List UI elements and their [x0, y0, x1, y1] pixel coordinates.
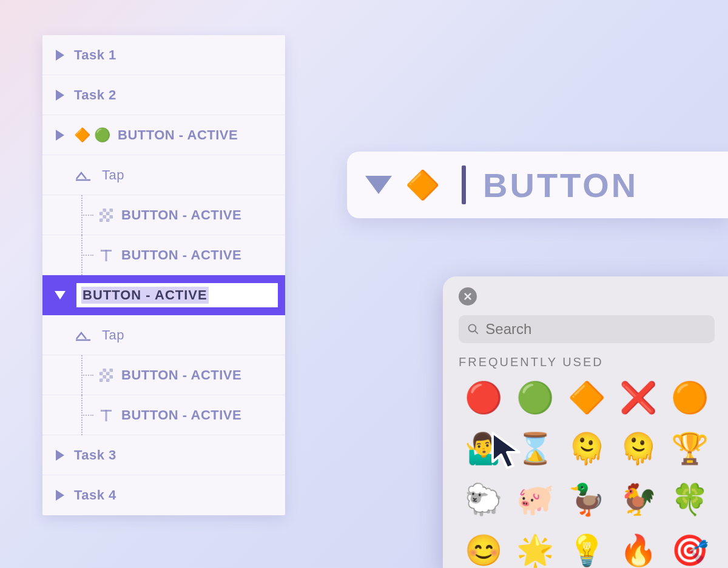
diamond-emoji-icon: 🔶 [74, 129, 90, 142]
tree-connector-icon [81, 235, 99, 275]
item-label: BUTTON - ACTIVE [121, 407, 241, 423]
title-editor[interactable]: 🔶 BUTTON [347, 152, 728, 218]
close-button[interactable] [459, 287, 477, 306]
picker-section-title: FREQUENTLY USED [459, 355, 715, 369]
title-text: BUTTON [483, 165, 638, 205]
chevron-right-icon [56, 130, 64, 141]
tree-item-button-active-1[interactable]: 🔶 🟢 BUTTON - ACTIVE [42, 115, 285, 155]
emoji-option[interactable]: 😊 [459, 530, 508, 568]
chevron-right-icon [56, 450, 64, 461]
emoji-option[interactable]: 🐖 [510, 479, 559, 520]
emoji-option[interactable]: 🤷‍♂️ [459, 429, 508, 469]
emoji-option[interactable]: 🏆 [666, 429, 715, 469]
tree-item-child-1b[interactable]: BUTTON - ACTIVE [42, 235, 285, 275]
emoji-option[interactable]: 🐑 [459, 479, 508, 520]
chevron-right-icon [56, 90, 64, 101]
emoji-option[interactable]: 🟢 [510, 378, 559, 418]
emoji-option[interactable]: 🍀 [666, 479, 715, 520]
green-circle-emoji-icon: 🟢 [94, 129, 110, 142]
bounce-icon [75, 329, 91, 341]
text-cursor-icon [462, 165, 466, 204]
emoji-search-input[interactable] [485, 321, 706, 338]
text-icon [99, 249, 113, 262]
tree-item-selected[interactable]: BUTTON - ACTIVE [42, 275, 285, 315]
tree-item-tap-2[interactable]: Tap [42, 315, 285, 355]
diamond-emoji-icon: 🔶 [405, 171, 440, 199]
emoji-option[interactable]: 💡 [562, 530, 611, 568]
item-label: BUTTON - ACTIVE [118, 127, 238, 143]
emoji-option[interactable]: 🟠 [666, 378, 715, 418]
tree-item-child-2a[interactable]: BUTTON - ACTIVE [42, 355, 285, 395]
chevron-right-icon [56, 50, 64, 61]
emoji-option[interactable]: 🐓 [614, 479, 663, 520]
task-label: Task 1 [74, 47, 116, 63]
emoji-option[interactable]: ❌ [614, 378, 663, 418]
text-icon [99, 409, 113, 422]
emoji-picker: FREQUENTLY USED 🔴🟢🔶❌🟠🤷‍♂️⌛🫠🫠🏆🐑🐖🦆🐓🍀😊🌟💡🔥🎯 [443, 276, 728, 568]
emoji-option[interactable]: 🌟 [510, 530, 559, 568]
tree-item-task2[interactable]: Task 2 [42, 75, 285, 115]
tree-connector-icon [81, 395, 99, 435]
chevron-down-icon [55, 291, 66, 299]
svg-point-2 [469, 324, 476, 332]
emoji-option[interactable]: 🫠 [562, 429, 611, 469]
emoji-search[interactable] [459, 315, 715, 343]
chevron-down-icon[interactable] [365, 176, 392, 194]
emoji-option[interactable]: 🔴 [459, 378, 508, 418]
emoji-option[interactable]: 🫠 [614, 429, 663, 469]
transparency-icon [99, 209, 113, 222]
task-label: Task 3 [74, 447, 116, 463]
emoji-option[interactable]: 🔥 [614, 530, 663, 568]
emoji-grid: 🔴🟢🔶❌🟠🤷‍♂️⌛🫠🫠🏆🐑🐖🦆🐓🍀😊🌟💡🔥🎯 [459, 378, 715, 568]
search-icon [467, 322, 479, 336]
tree-connector-icon [81, 355, 99, 395]
item-label: BUTTON - ACTIVE [121, 367, 241, 383]
bounce-icon [75, 169, 91, 181]
emoji-option[interactable]: 🔶 [562, 378, 611, 418]
task-label: Task 4 [74, 487, 116, 503]
tree-item-task3[interactable]: Task 3 [42, 435, 285, 475]
item-label: BUTTON - ACTIVE [121, 207, 241, 223]
tap-label: Tap [102, 167, 124, 183]
tree-item-tap-1[interactable]: Tap [42, 155, 285, 195]
rename-text: BUTTON - ACTIVE [81, 287, 209, 304]
tree-item-task1[interactable]: Task 1 [42, 35, 285, 75]
tree-item-child-1a[interactable]: BUTTON - ACTIVE [42, 195, 285, 235]
task-label: Task 2 [74, 87, 116, 103]
emoji-option[interactable]: 🦆 [562, 479, 611, 520]
chevron-right-icon [56, 490, 64, 501]
transparency-icon [99, 369, 113, 382]
rename-input[interactable]: BUTTON - ACTIVE [74, 281, 280, 310]
emoji-option[interactable]: 🎯 [666, 530, 715, 568]
tree-item-task4[interactable]: Task 4 [42, 475, 285, 515]
svg-line-3 [475, 331, 478, 334]
emoji-option[interactable]: ⌛ [510, 429, 559, 469]
tree-connector-icon [81, 195, 99, 235]
item-label: BUTTON - ACTIVE [121, 247, 241, 263]
task-tree: Task 1 Task 2 🔶 🟢 BUTTON - ACTIVE Tap BU… [42, 35, 285, 515]
tap-label: Tap [102, 327, 124, 343]
tree-item-child-2b[interactable]: BUTTON - ACTIVE [42, 395, 285, 435]
